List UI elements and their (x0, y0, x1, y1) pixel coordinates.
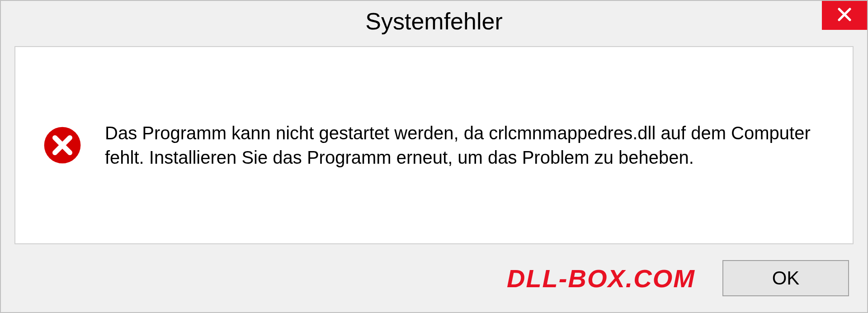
content-panel: Das Programm kann nicht gestartet werden… (14, 46, 854, 244)
system-error-dialog: Systemfehler Das Programm kann nicht ges… (0, 0, 868, 313)
close-button[interactable] (822, 1, 867, 30)
close-icon (836, 6, 853, 24)
error-icon (42, 125, 82, 165)
watermark-text: DLL-BOX.COM (507, 264, 695, 293)
error-message: Das Programm kann nicht gestartet werden… (105, 121, 826, 170)
ok-button[interactable]: OK (722, 260, 849, 296)
dialog-title: Systemfehler (365, 8, 502, 35)
dialog-footer: DLL-BOX.COM OK (1, 244, 867, 312)
titlebar: Systemfehler (1, 1, 867, 42)
